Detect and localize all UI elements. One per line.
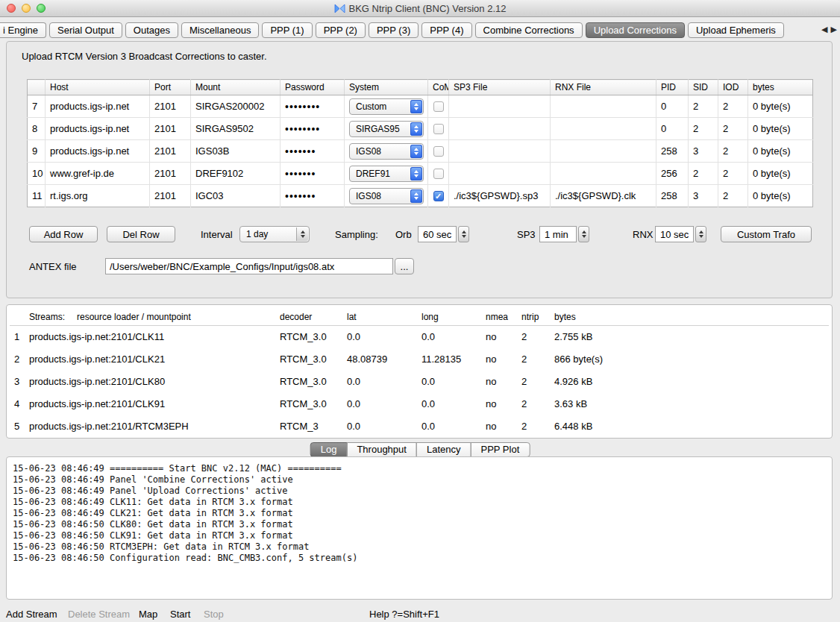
spinner-icon[interactable] — [458, 226, 469, 242]
com-checkbox[interactable] — [433, 169, 444, 179]
spinner-icon[interactable] — [578, 226, 589, 242]
system-dropdown[interactable]: SIRGAS95 — [349, 121, 424, 137]
cell-iod[interactable]: 2 — [718, 140, 748, 163]
stream-row[interactable]: 3 products.igs-ip.net:2101/CLK80 RTCM_3.… — [10, 370, 829, 392]
system-dropdown[interactable]: DREF91 — [349, 166, 424, 182]
cell-pid[interactable]: 258 — [656, 185, 689, 207]
cell-sp3-file[interactable] — [449, 140, 551, 163]
cell-host[interactable]: www.gref-ip.de — [46, 163, 150, 185]
tab-scroll-right-icon[interactable]: ▶ — [831, 25, 837, 34]
cell-sid[interactable]: 3 — [689, 185, 718, 207]
cell-pid[interactable]: 256 — [656, 163, 689, 185]
com-checkbox[interactable] — [433, 191, 444, 201]
tab-latency[interactable]: Latency — [416, 442, 471, 457]
cell-port[interactable]: 2101 — [150, 118, 191, 140]
antex-file-input[interactable] — [105, 258, 393, 274]
cell-password[interactable]: ••••••• — [280, 163, 345, 185]
system-dropdown[interactable]: Custom — [349, 98, 424, 115]
cell-rnx-file[interactable] — [551, 163, 656, 185]
antex-browse-button[interactable]: ... — [395, 258, 414, 274]
stream-row[interactable]: 2 products.igs-ip.net:2101/CLK21 RTCM_3.… — [10, 348, 829, 370]
cell-mount[interactable]: SIRGAS9502 — [191, 118, 280, 140]
cell-rnx-file[interactable] — [551, 118, 656, 140]
cell-host[interactable]: products.igs-ip.net — [46, 140, 150, 163]
tab-ppp-4[interactable]: PPP (4) — [421, 22, 471, 38]
cell-sp3-file[interactable]: ./ic3${GPSWD}.sp3 — [449, 185, 551, 207]
interval-label: Interval — [201, 229, 233, 240]
cell-port[interactable]: 2101 — [150, 95, 191, 118]
cell-sp3-file[interactable] — [449, 118, 551, 140]
cell-rnx-file[interactable] — [551, 140, 656, 163]
tab-upload-ephemeris[interactable]: Upload Ephemeris — [688, 22, 784, 38]
cell-sid[interactable]: 2 — [689, 95, 718, 118]
cell-host[interactable]: products.igs-ip.net — [46, 118, 150, 140]
titlebar[interactable]: BKG Ntrip Client (BNC) Version 2.12 — [0, 0, 840, 17]
tab-ppp-plot[interactable]: PPP Plot — [470, 442, 530, 457]
cell-sid[interactable]: 3 — [689, 140, 718, 163]
system-dropdown[interactable]: IGS08 — [349, 188, 424, 204]
com-checkbox[interactable] — [433, 101, 444, 112]
delete-stream-button: Delete Stream — [68, 609, 130, 620]
tab-ppp-1[interactable]: PPP (1) — [262, 22, 312, 38]
tab-serial-output[interactable]: Serial Output — [49, 22, 122, 38]
cell-sid[interactable]: 2 — [689, 163, 718, 185]
tab-ppp-2[interactable]: PPP (2) — [316, 22, 366, 38]
add-stream-button[interactable]: Add Stream — [6, 609, 57, 620]
cell-pid[interactable]: 0 — [656, 95, 689, 118]
zoom-button[interactable] — [37, 4, 46, 13]
cell-port[interactable]: 2101 — [150, 140, 191, 163]
system-dropdown[interactable]: IGS08 — [349, 143, 424, 160]
stream-row[interactable]: 1 products.igs-ip.net:2101/CLK11 RTCM_3.… — [10, 325, 829, 348]
tab-throughput[interactable]: Throughput — [346, 442, 417, 457]
tab-miscellaneous[interactable]: Miscellaneous — [181, 22, 259, 38]
cell-iod[interactable]: 2 — [718, 185, 748, 207]
cell-mount[interactable]: IGS03B — [191, 140, 280, 163]
cell-host[interactable]: products.igs-ip.net — [46, 95, 150, 118]
cell-sid[interactable]: 2 — [689, 118, 718, 140]
cell-pid[interactable]: 0 — [656, 118, 689, 140]
tab-log[interactable]: Log — [310, 442, 348, 457]
del-row-button[interactable]: Del Row — [107, 226, 175, 242]
tab-feed-engine[interactable]: i Engine — [0, 22, 46, 38]
row-number: 4 — [10, 392, 25, 415]
cell-password[interactable]: ••••••• — [280, 140, 345, 163]
add-row-button[interactable]: Add Row — [29, 226, 98, 242]
cell-pid[interactable]: 258 — [656, 140, 689, 163]
custom-trafo-button[interactable]: Custom Trafo — [721, 226, 812, 242]
cell-rnx-file[interactable] — [551, 95, 656, 118]
cell-sp3-file[interactable] — [449, 163, 551, 185]
rnx-sampling-spinbox[interactable]: 10 sec — [655, 226, 706, 242]
com-checkbox[interactable] — [433, 124, 444, 134]
cell-password[interactable]: •••••••• — [280, 118, 345, 140]
cell-mount[interactable]: IGC03 — [191, 185, 280, 207]
sp3-sampling-spinbox[interactable]: 1 min — [539, 226, 589, 242]
spinner-icon[interactable] — [695, 226, 706, 242]
minimize-button[interactable] — [22, 4, 31, 13]
tab-outages[interactable]: Outages — [125, 22, 178, 38]
cell-mount[interactable]: SIRGAS200002 — [191, 95, 280, 118]
map-button[interactable]: Map — [139, 609, 157, 620]
tab-scroll-left-icon[interactable]: ◀ — [821, 25, 827, 34]
cell-password[interactable]: ••••••• — [280, 185, 345, 207]
cell-iod[interactable]: 2 — [718, 95, 748, 118]
log-panel[interactable]: 15-06-23 08:46:49 ========== Start BNC v… — [6, 456, 833, 600]
stream-row[interactable]: 5 products.igs-ip.net:2101/RTCM3EPH RTCM… — [10, 415, 829, 437]
orb-sampling-spinbox[interactable]: 60 sec — [418, 226, 469, 242]
cell-password[interactable]: •••••••• — [280, 95, 345, 118]
tab-upload-corrections[interactable]: Upload Corrections — [586, 22, 685, 38]
close-button[interactable] — [7, 4, 16, 13]
cell-mount[interactable]: DREF9102 — [191, 163, 280, 185]
com-checkbox[interactable] — [433, 146, 444, 157]
interval-dropdown[interactable]: 1 day — [239, 226, 310, 242]
cell-iod[interactable]: 2 — [718, 163, 748, 185]
start-button[interactable]: Start — [170, 609, 190, 620]
stream-row[interactable]: 4 products.igs-ip.net:2101/CLK91 RTCM_3.… — [10, 392, 829, 415]
cell-port[interactable]: 2101 — [150, 185, 191, 207]
cell-sp3-file[interactable] — [449, 95, 551, 118]
cell-host[interactable]: rt.igs.org — [46, 185, 150, 207]
cell-iod[interactable]: 2 — [718, 118, 748, 140]
cell-port[interactable]: 2101 — [150, 163, 191, 185]
cell-rnx-file[interactable]: ./ic3${GPSWD}.clk — [551, 185, 656, 207]
tab-ppp-3[interactable]: PPP (3) — [369, 22, 419, 38]
tab-combine-corrections[interactable]: Combine Corrections — [475, 22, 583, 38]
